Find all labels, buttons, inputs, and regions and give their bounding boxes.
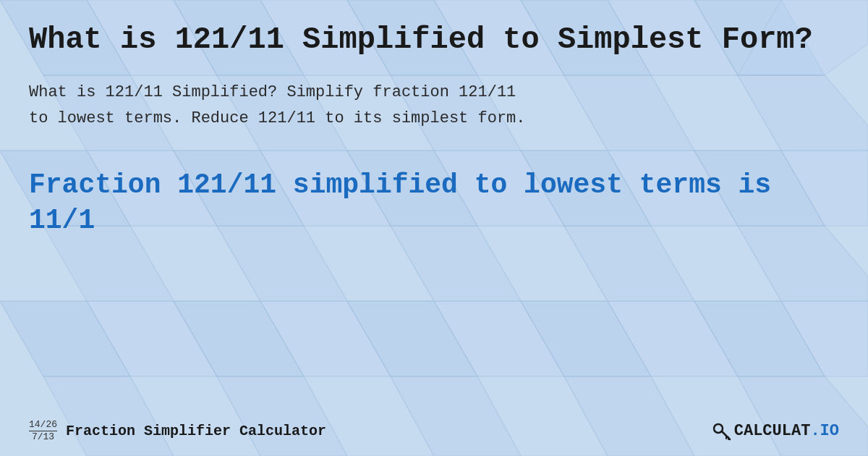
- page-description: What is 121/11 Simplified? Simplify frac…: [29, 80, 535, 130]
- key-icon: [711, 421, 731, 441]
- result-text: Fraction 121/11 simplified to lowest ter…: [29, 167, 839, 239]
- calculat-logo: CALCULAT.IO: [711, 421, 839, 441]
- footer: 14/26 7/13 Fraction Simplifier Calculato…: [29, 419, 839, 443]
- result-section: Fraction 121/11 simplified to lowest ter…: [29, 167, 839, 239]
- calculat-main: CALCULAT: [734, 422, 811, 440]
- fraction-bottom: 7/13: [32, 431, 54, 443]
- calculat-io: .IO: [810, 422, 839, 440]
- footer-left: 14/26 7/13 Fraction Simplifier Calculato…: [29, 419, 326, 443]
- fraction-badge: 14/26 7/13: [29, 419, 57, 443]
- footer-right: CALCULAT.IO: [711, 421, 839, 441]
- calculat-text: CALCULAT.IO: [734, 422, 839, 440]
- page-title: What is 121/11 Simplified to Simplest Fo…: [29, 22, 839, 58]
- footer-brand: Fraction Simplifier Calculator: [66, 423, 326, 439]
- fraction-top: 14/26: [29, 419, 57, 432]
